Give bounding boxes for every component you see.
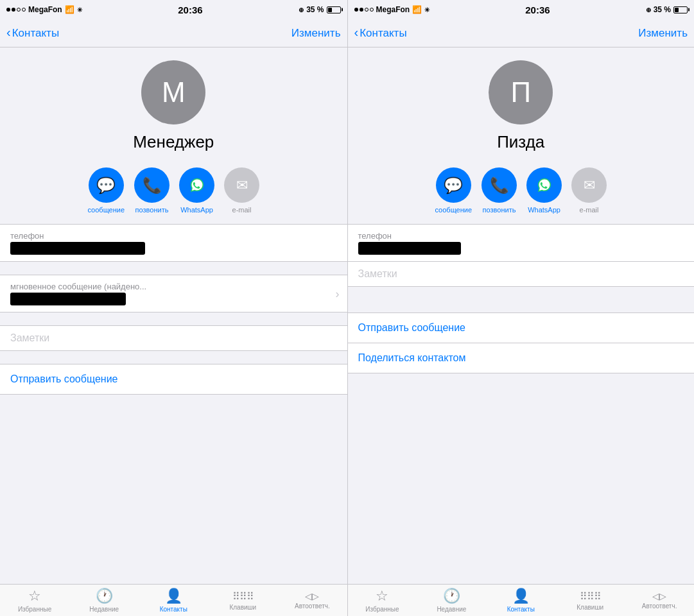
status-bar-right: MegaFon 📶 ✳ 20:36 ⊕ 35 % <box>348 0 695 19</box>
message-label-left: сообщение <box>87 206 125 214</box>
tab-favorites-right[interactable]: ☆ Избранные <box>348 588 417 613</box>
brightness-icon-left: ✳ <box>77 6 82 13</box>
phone-label-right: телефон <box>358 231 684 241</box>
phone-label-left: телефон <box>10 231 337 241</box>
whatsapp-circle-right <box>526 167 562 203</box>
battery-left <box>327 6 341 13</box>
time-left: 20:36 <box>178 4 202 15</box>
email-btn-right[interactable]: ✉ e-mail <box>571 167 607 214</box>
avatar-right: П <box>489 60 553 124</box>
status-bar-left: MegaFon 📶 ✳ 20:36 ⊕ 35 % <box>0 0 347 19</box>
rdot2 <box>360 8 363 12</box>
whatsapp-label-right: WhatsApp <box>528 206 560 214</box>
wifi-icon-left: 📶 <box>65 5 74 14</box>
dot2 <box>12 8 15 12</box>
phone-value-right <box>358 242 461 255</box>
share-contact-link-right[interactable]: Поделиться контактом <box>348 343 695 373</box>
message-btn-right[interactable]: 💬 сообщение <box>435 167 472 214</box>
call-icon-right: 📞 <box>490 176 509 194</box>
whatsapp-label-left: WhatsApp <box>180 206 213 214</box>
email-circle-left: ✉ <box>224 167 259 203</box>
message-btn-left[interactable]: 💬 сообщение <box>87 167 125 214</box>
tab-contacts-label-right: Контакты <box>507 606 535 613</box>
message-group-left: мгновенное сообщение (найдено... › <box>0 275 347 312</box>
tab-voicemail-icon-right: ◁▷ <box>652 591 666 601</box>
message-circle-right: 💬 <box>436 167 471 203</box>
message-label-field-left: мгновенное сообщение (найдено... <box>10 282 337 291</box>
back-chevron-right: ‹ <box>354 25 359 40</box>
tab-recent-right[interactable]: 🕐 Недавние <box>417 588 486 613</box>
tab-recent-left[interactable]: 🕐 Недавние <box>69 588 139 613</box>
whatsapp-btn-right[interactable]: WhatsApp <box>526 167 562 214</box>
email-icon-right: ✉ <box>584 177 595 194</box>
call-circle-left: 📞 <box>134 167 169 203</box>
notes-row-right: Заметки <box>348 262 695 286</box>
call-btn-left[interactable]: 📞 позвонить <box>134 167 169 214</box>
tab-recent-label-left: Недавние <box>89 606 119 613</box>
rdot1 <box>354 8 358 12</box>
back-label-right: Контакты <box>360 27 406 40</box>
tab-voicemail-label-left: Автоответч. <box>295 603 330 610</box>
notes-placeholder-left: Заметки <box>10 332 49 343</box>
whatsapp-circle-left <box>179 167 214 203</box>
tab-voicemail-icon-left: ◁▷ <box>305 591 319 601</box>
tab-keypad-left[interactable]: ⠿⠿⠿ Клавиши <box>208 590 277 611</box>
phone-group-left: телефон <box>0 224 347 262</box>
back-button-left[interactable]: ‹ Контакты <box>6 26 59 40</box>
tab-voicemail-left[interactable]: ◁▷ Автоответч. <box>277 591 347 610</box>
notes-placeholder-right: Заметки <box>358 268 397 279</box>
tab-keypad-icon-left: ⠿⠿⠿ <box>232 590 254 603</box>
email-icon-left: ✉ <box>236 177 248 194</box>
status-left: MegaFon 📶 ✳ <box>6 5 82 14</box>
signal-dots <box>6 8 26 12</box>
edit-button-left[interactable]: Изменить <box>291 27 341 40</box>
avatar-section-right: П Пизда <box>348 47 695 167</box>
chevron-left: › <box>336 287 340 300</box>
action-links-left: Отправить сообщение <box>0 364 347 395</box>
whatsapp-btn-left[interactable]: WhatsApp <box>179 167 214 214</box>
wifi-icon-right: 📶 <box>412 5 422 14</box>
content-left: М Менеджер 💬 сообщение 📞 позвонить <box>0 47 347 584</box>
spacer-right <box>348 300 695 312</box>
tab-contacts-label-left: Контакты <box>160 606 187 613</box>
right-panel: MegaFon 📶 ✳ 20:36 ⊕ 35 % ‹ Контакты Изме… <box>347 0 695 616</box>
tab-contacts-left[interactable]: 👤 Контакты <box>139 588 208 613</box>
tab-favorites-left[interactable]: ☆ Избранные <box>0 588 69 613</box>
tab-recent-icon-left: 🕐 <box>96 588 113 604</box>
whatsapp-icon-left <box>186 175 208 196</box>
message-icon-right: 💬 <box>444 176 463 194</box>
tab-recent-icon-right: 🕐 <box>443 588 460 604</box>
call-btn-right[interactable]: 📞 позвонить <box>481 167 517 214</box>
message-row-left[interactable]: мгновенное сообщение (найдено... › <box>0 275 347 312</box>
content-right: П Пизда 💬 сообщение 📞 позвонить <box>348 47 695 584</box>
email-btn-left[interactable]: ✉ e-mail <box>224 167 259 214</box>
tab-voicemail-right[interactable]: ◁▷ Автоответч. <box>625 591 694 610</box>
call-label-left: позвонить <box>135 206 169 214</box>
nav-bar-right: ‹ Контакты Изменить <box>348 19 695 47</box>
send-message-link-right[interactable]: Отправить сообщение <box>348 313 695 343</box>
notes-row-left: Заметки <box>0 326 347 350</box>
edit-button-right[interactable]: Изменить <box>638 27 688 40</box>
email-label-left: e-mail <box>232 206 252 214</box>
message-value-left <box>10 293 126 305</box>
tab-contacts-icon-right: 👤 <box>512 588 530 604</box>
tab-keypad-right[interactable]: ⠿⠿⠿ Клавиши <box>555 590 625 611</box>
action-buttons-right: 💬 сообщение 📞 позвонить <box>348 167 695 224</box>
dot3 <box>17 8 21 12</box>
tab-favorites-icon-left: ☆ <box>28 588 41 604</box>
back-button-right[interactable]: ‹ Контакты <box>354 26 407 40</box>
phone-row-right: телефон <box>348 225 695 262</box>
action-links-right: Отправить сообщение Поделиться контактом <box>348 312 695 373</box>
tab-bar-right: ☆ Избранные 🕐 Недавние 👤 Контакты ⠿⠿⠿ Кл… <box>348 584 695 616</box>
rdot4 <box>370 8 374 12</box>
tab-contacts-right[interactable]: 👤 Контакты <box>486 588 555 613</box>
lock-icon-left: ⊕ <box>299 6 304 13</box>
tab-bar-left: ☆ Избранные 🕐 Недавние 👤 Контакты ⠿⠿⠿ Кл… <box>0 584 347 616</box>
back-label-left: Контакты <box>12 27 59 40</box>
contact-name-right: Пизда <box>497 132 544 152</box>
battery-fill-right <box>675 8 679 12</box>
send-message-link-left[interactable]: Отправить сообщение <box>0 364 347 394</box>
contact-name-left: Менеджер <box>133 132 214 152</box>
call-icon-left: 📞 <box>143 176 162 194</box>
signal-dots-right <box>354 8 374 12</box>
